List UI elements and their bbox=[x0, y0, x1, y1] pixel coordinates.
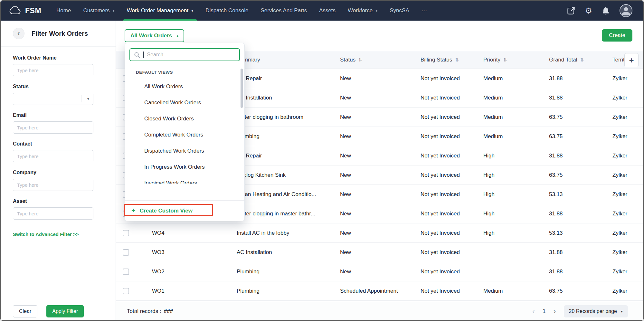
nav-item-customers[interactable]: Customers▾ bbox=[77, 1, 120, 21]
row-checkbox[interactable] bbox=[123, 249, 129, 256]
cell-summary: Plumbing bbox=[237, 262, 338, 281]
nav-label: Dispatch Console bbox=[205, 7, 248, 14]
cell-territory: Zylker bbox=[612, 165, 643, 184]
cell-territory: Zylker bbox=[612, 223, 643, 242]
cell-priority: Medium bbox=[483, 127, 546, 146]
dropdown-scrollbar-thumb[interactable] bbox=[241, 69, 243, 108]
status-select[interactable]: ▾ bbox=[13, 93, 93, 105]
filter-field-work-order-name: Work Order Name bbox=[13, 55, 103, 76]
field-label: Work Order Name bbox=[13, 55, 103, 61]
view-item-invoiced-work-orders[interactable]: Invoiced Work Orders bbox=[125, 175, 244, 184]
chevron-down-icon: ▾ bbox=[87, 97, 89, 101]
view-item-in-progress-work-orders[interactable]: In Progress Work Orders bbox=[125, 159, 244, 175]
column-header-priority[interactable]: Priority⇅ bbox=[483, 51, 546, 69]
current-page[interactable]: 1 bbox=[543, 308, 545, 315]
cell-territory: Zylker bbox=[612, 281, 643, 300]
cell-priority: Medium bbox=[483, 88, 546, 107]
nav-item-services-and-parts[interactable]: Services And Parts bbox=[254, 1, 313, 21]
cell-priority: High bbox=[483, 165, 546, 184]
cell-territory: Zylker bbox=[612, 88, 643, 107]
cell-work-order-number[interactable]: WO3 bbox=[152, 243, 226, 262]
cell-summary: AC Installation bbox=[237, 88, 338, 107]
company-input[interactable] bbox=[13, 179, 93, 191]
sort-icon[interactable]: ⇅ bbox=[580, 57, 584, 62]
cell-billing-status: Not yet Invoiced bbox=[421, 127, 482, 146]
cell-priority: Medium bbox=[483, 281, 546, 300]
nav-label: Workforce bbox=[348, 7, 373, 14]
filter-field-email: Email bbox=[13, 112, 103, 134]
views-list: All Work Orders Cancelled Work Orders Cl… bbox=[125, 79, 244, 184]
view-item-closed-work-orders[interactable]: Closed Work Orders bbox=[125, 111, 244, 127]
nav-item-workforce[interactable]: Workforce▾ bbox=[342, 1, 384, 21]
cell-status: New bbox=[340, 204, 417, 223]
view-search-input[interactable]: Search bbox=[129, 48, 240, 61]
collapse-panel-button[interactable]: ‹ bbox=[13, 28, 24, 39]
cell-summary: AC Repair bbox=[237, 69, 338, 88]
app-window: FSM Home Customers▾ Work Order Managemen… bbox=[0, 0, 644, 321]
notifications-bell-icon[interactable] bbox=[602, 6, 610, 15]
column-header-billing-status[interactable]: Billing Status⇅ bbox=[421, 51, 482, 69]
sort-icon[interactable]: ⇅ bbox=[358, 57, 362, 62]
view-item-cancelled-work-orders[interactable]: Cancelled Work Orders bbox=[125, 95, 244, 111]
nav-item-home[interactable]: Home bbox=[50, 1, 77, 21]
nav-label: SyncSA bbox=[390, 7, 409, 14]
row-checkbox[interactable] bbox=[123, 269, 129, 275]
next-page-icon[interactable]: › bbox=[554, 307, 556, 315]
cell-summary: AC Repair bbox=[237, 146, 338, 165]
nav-item-more[interactable]: ⋯ bbox=[415, 1, 433, 21]
switch-to-advanced-filter-link[interactable]: Switch to Advanced Filter >> bbox=[13, 231, 79, 237]
column-header-status[interactable]: Status⇅ bbox=[340, 51, 417, 69]
view-selector-button[interactable]: All Work Orders ▴ bbox=[125, 29, 184, 42]
column-header-grand-total[interactable]: Grand Total⇅ bbox=[549, 51, 610, 69]
settings-gear-icon[interactable]: ⚙ bbox=[585, 7, 592, 15]
nav-actions: ⚙ bbox=[567, 4, 632, 17]
cell-checkbox bbox=[123, 223, 142, 242]
add-column-button[interactable]: + bbox=[624, 53, 639, 67]
sort-icon[interactable]: ⇅ bbox=[503, 57, 507, 62]
row-checkbox[interactable] bbox=[123, 230, 129, 236]
filter-fields: Work Order Name Status ▾ Email Contact C… bbox=[1, 47, 116, 220]
compose-icon[interactable] bbox=[567, 6, 575, 15]
nav-label: Assets bbox=[319, 7, 336, 14]
sort-icon[interactable]: ⇅ bbox=[455, 57, 459, 62]
create-custom-view-button[interactable]: + Create Custom View bbox=[125, 200, 244, 221]
cell-work-order-number[interactable]: WO2 bbox=[152, 262, 226, 281]
cell-work-order-number[interactable]: WO1 bbox=[152, 281, 226, 300]
work-order-name-input[interactable] bbox=[13, 64, 93, 76]
cell-work-order-number[interactable]: WO4 bbox=[152, 223, 226, 242]
nav-item-assets[interactable]: Assets bbox=[313, 1, 342, 21]
cell-priority: Medium bbox=[483, 69, 546, 88]
view-item-all-work-orders[interactable]: All Work Orders bbox=[125, 79, 244, 95]
apply-filter-button[interactable]: Apply Filter bbox=[46, 305, 84, 317]
nav-item-work-order-management[interactable]: Work Order Management▾ bbox=[121, 1, 200, 21]
nav-item-syncsa[interactable]: SyncSA bbox=[384, 1, 415, 21]
view-item-completed-work-orders[interactable]: Completed Work Orders bbox=[125, 127, 244, 143]
cell-summary: Unclog Kitchen Sink bbox=[237, 165, 338, 184]
view-item-dispatched-work-orders[interactable]: Dispatched Work Orders bbox=[125, 143, 244, 159]
cell-status: Scheduled Appointment bbox=[340, 281, 417, 300]
cell-billing-status: Not yet Invoiced bbox=[421, 88, 482, 107]
email-input[interactable] bbox=[13, 121, 93, 134]
cell-status: New bbox=[340, 69, 417, 88]
filter-panel-title: Filter Work Orders bbox=[32, 30, 88, 37]
filter-field-company: Company bbox=[13, 170, 103, 191]
chevron-down-icon: ▾ bbox=[191, 8, 193, 13]
cell-status: New bbox=[340, 88, 417, 107]
total-records-label: Total records : bbox=[127, 308, 161, 315]
column-label: Grand Total bbox=[549, 57, 577, 63]
cell-billing-status: Not yet Invoiced bbox=[421, 262, 482, 281]
user-avatar[interactable] bbox=[620, 4, 632, 17]
nav-item-dispatch-console[interactable]: Dispatch Console bbox=[199, 1, 254, 21]
records-per-page-select[interactable]: 20 Records per page ▾ bbox=[564, 305, 628, 317]
clear-button[interactable]: Clear bbox=[13, 305, 37, 317]
cell-grand-total: 63.75 bbox=[549, 108, 610, 127]
column-header-summary[interactable]: Summary bbox=[237, 51, 338, 69]
create-button[interactable]: Create bbox=[602, 29, 632, 42]
asset-input[interactable] bbox=[13, 207, 93, 220]
previous-page-icon[interactable]: ‹ bbox=[532, 307, 535, 315]
view-selector-label: All Work Orders bbox=[130, 33, 172, 39]
row-checkbox[interactable] bbox=[123, 288, 129, 294]
contact-input[interactable] bbox=[13, 150, 93, 162]
cell-territory: Zylker bbox=[612, 262, 643, 281]
filter-panel-footer: Clear Apply Filter bbox=[1, 302, 116, 320]
